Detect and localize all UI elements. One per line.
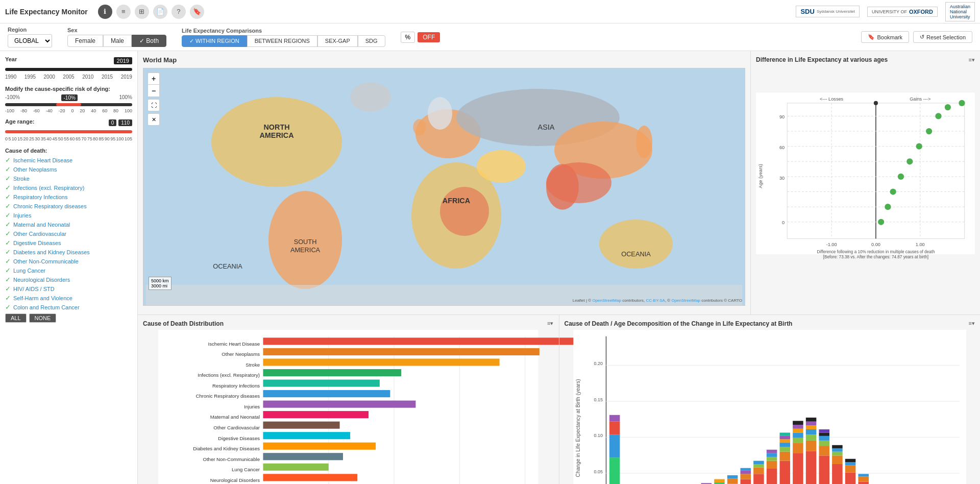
svg-rect-184	[819, 432, 829, 435]
cause-item[interactable]: ✓ Neurological Disorders	[5, 276, 132, 283]
svg-text:30: 30	[779, 176, 785, 181]
le-sdg-button[interactable]: SDG	[358, 35, 385, 47]
cause-checkbox: ✓	[5, 303, 11, 311]
cause-item[interactable]: ✓ Ischemic Heart Disease	[5, 156, 132, 164]
bar-chart-title-row: Cause of Death Distribution ≡▾	[143, 320, 554, 327]
svg-point-58	[959, 100, 965, 106]
cause-item[interactable]: ✓ Lung Cancer	[5, 267, 132, 274]
le-sexgap-button[interactable]: SEX-GAP	[317, 35, 358, 47]
bar-chart-svg: 0 2M 4M 6M 8M Number of Deaths Ischemic …	[143, 330, 554, 484]
svg-text:90: 90	[779, 114, 785, 119]
svg-point-51	[890, 188, 896, 195]
svg-rect-155	[766, 461, 777, 469]
svg-point-52	[898, 174, 904, 180]
question-icon[interactable]: ?	[172, 5, 186, 19]
sex-both-button[interactable]: ✓ Both	[132, 35, 166, 47]
grid-icon[interactable]: ⊞	[135, 5, 149, 19]
map-scale: 5000 km 3000 mi	[149, 277, 172, 290]
svg-rect-179	[805, 418, 816, 422]
none-button[interactable]: NONE	[29, 313, 57, 323]
age-min-value: 0	[109, 119, 117, 126]
stacked-chart-menu[interactable]: ≡▾	[969, 320, 975, 327]
cause-item[interactable]: ✓ Colon and Rectum Cancer	[5, 303, 132, 311]
bookmark-button[interactable]: 🔖 Bookmark	[861, 31, 909, 43]
world-map-svg: NORTH AMERICA SOUTH AMERICA AFRICA ASIA …	[143, 68, 745, 305]
cause-name: HIV/ AIDS / STD	[13, 286, 55, 292]
cause-item[interactable]: ✓ Chronic Respiratory diseases	[5, 202, 132, 210]
content-bottom: Cause of Death Distribution ≡▾ 0 2M 4M 6…	[138, 314, 980, 484]
region-select[interactable]: GLOBAL	[8, 34, 52, 47]
document-icon[interactable]: 📄	[153, 5, 167, 19]
cause-name: Infections (excl. Respiratory)	[13, 185, 84, 191]
svg-rect-77	[263, 348, 539, 355]
cause-item[interactable]: ✓ Stroke	[5, 175, 132, 182]
cause-name: Other Cardiovascular	[13, 231, 66, 237]
cause-name: Neurological Disorders	[13, 277, 70, 283]
svg-text:Respiratory Infections: Respiratory Infections	[212, 383, 260, 389]
svg-rect-162	[779, 443, 790, 447]
svg-text:Lung Cancer: Lung Cancer	[232, 467, 260, 472]
svg-text:OCEANIA: OCEANIA	[213, 262, 242, 270]
sex-female-button[interactable]: Female	[67, 35, 103, 47]
svg-rect-85	[263, 390, 390, 397]
content: World Map	[138, 51, 980, 484]
svg-text:Age (years): Age (years)	[758, 164, 763, 188]
cause-checkbox: ✓	[5, 239, 11, 247]
cause-item[interactable]: ✓ Maternal and Neonatal	[5, 221, 132, 228]
svg-rect-147	[740, 474, 751, 479]
logos: SDU Syddansk Universitet UNIVERSITY OF O…	[796, 2, 975, 21]
diff-chart-svg: 90 60 30 0 <--- Losses Gains ---> -1.00 …	[756, 66, 975, 281]
svg-text:AMERICA: AMERICA	[259, 131, 293, 139]
svg-point-16	[440, 187, 489, 236]
svg-rect-194	[845, 459, 855, 462]
cause-item[interactable]: ✓ Respiratory Infections	[5, 193, 132, 201]
map-controls: + − ⛶ ✕	[148, 72, 160, 126]
le-within-button[interactable]: ✓ WITHIN REGION	[182, 35, 247, 47]
svg-rect-175	[805, 434, 816, 441]
reset-selection-button[interactable]: ↺ Reset Selection	[913, 31, 972, 43]
cause-item[interactable]: ✓ Other Cardiovascular	[5, 230, 132, 237]
svg-text:0.15: 0.15	[594, 397, 602, 402]
sex-male-button[interactable]: Male	[103, 35, 132, 47]
percent-button[interactable]: %	[401, 32, 415, 43]
diff-chart-menu[interactable]: ≡▾	[969, 57, 975, 63]
fullscreen-button[interactable]: ⛶	[148, 99, 160, 111]
bookmark-header-icon[interactable]: 🔖	[190, 5, 204, 19]
reset-map-button[interactable]: ✕	[148, 113, 160, 126]
cause-item[interactable]: ✓ Injuries	[5, 211, 132, 219]
cause-item[interactable]: ✓ Self-Harm and Violence	[5, 294, 132, 302]
cause-item[interactable]: ✓ Other Non-Communicable	[5, 257, 132, 265]
cause-name: Stroke	[13, 176, 30, 182]
svg-text:AFRICA: AFRICA	[443, 197, 470, 205]
off-button[interactable]: OFF	[418, 32, 440, 42]
svg-rect-185	[819, 429, 829, 432]
sex-buttons: Female Male ✓ Both	[67, 35, 166, 47]
list-icon[interactable]: ≡	[116, 5, 131, 19]
cause-item[interactable]: ✓ Infections (excl. Respiratory)	[5, 184, 132, 191]
sex-label: Sex	[67, 27, 166, 33]
all-button[interactable]: ALL	[5, 313, 27, 323]
svg-rect-159	[779, 461, 790, 484]
svg-point-13	[413, 119, 426, 135]
svg-text:Other Non-Communicable: Other Non-Communicable	[203, 456, 260, 462]
cause-item[interactable]: ✓ Digestive Diseases	[5, 239, 132, 247]
svg-rect-87	[263, 401, 415, 408]
year-ticks: 1990199520002005201020152019	[5, 74, 132, 80]
svg-text:Digestive Diseases: Digestive Diseases	[218, 435, 260, 441]
zoom-out-button[interactable]: −	[148, 85, 160, 97]
cause-checkbox: ✓	[5, 248, 11, 256]
cause-item[interactable]: ✓ Other Neoplasms	[5, 165, 132, 173]
cause-name: Lung Cancer	[13, 268, 45, 274]
svg-rect-181	[819, 446, 829, 455]
svg-rect-83	[263, 379, 379, 386]
svg-rect-157	[766, 453, 777, 457]
svg-rect-149	[740, 468, 751, 471]
le-between-button[interactable]: BETWEEN REGIONS	[247, 35, 317, 47]
cause-item[interactable]: ✓ Diabetes and Kidney Diseases	[5, 248, 132, 256]
bar-chart-menu[interactable]: ≡▾	[547, 320, 553, 327]
svg-text:[Before: 73.38 vs. After the c: [Before: 73.38 vs. After the changes: 74…	[823, 255, 928, 259]
map-container[interactable]: NORTH AMERICA SOUTH AMERICA AFRICA ASIA …	[143, 68, 745, 306]
zoom-in-button[interactable]: +	[148, 72, 160, 85]
cause-item[interactable]: ✓ HIV/ AIDS / STD	[5, 285, 132, 293]
info-icon[interactable]: ℹ	[98, 5, 112, 19]
